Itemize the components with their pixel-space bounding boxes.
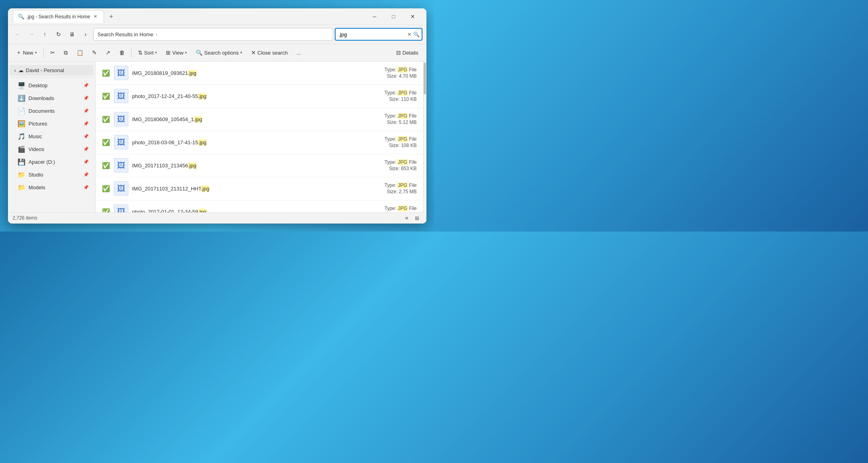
documents-icon: 📄 [18,107,26,115]
maximize-button[interactable]: □ [385,10,403,23]
pin-icon-videos: 📌 [83,147,89,152]
breadcrumb-chevron-left[interactable]: › [80,28,92,40]
delete-button[interactable]: 🗑 [115,47,129,58]
close-button[interactable]: ✕ [404,10,422,23]
scrollbar-track[interactable] [423,62,426,212]
new-button[interactable]: ＋ New ▾ [12,47,41,58]
new-icon: ＋ [16,49,22,56]
file-thumbnail: 🖼 [114,89,128,103]
sync-check-icon: ✅ [102,139,110,146]
up-button[interactable]: ↑ [39,28,51,40]
refresh-button[interactable]: ↻ [53,28,65,40]
file-meta: Type: JPG File Size: 653 KB [353,159,417,171]
scrollbar-thumb[interactable] [424,63,426,94]
sidebar-item-music[interactable]: 🎵 Music 📌 [10,130,94,143]
file-thumbnail: 🖼 [114,181,128,196]
file-name-highlighted: .jpg [198,139,206,145]
minimize-button[interactable]: ─ [366,10,383,23]
table-row[interactable]: ✅ 🖼 IMG_20180609_105454_1.jpg Type: JPG … [96,108,423,131]
jpg-highlight: JPG [397,136,407,142]
sidebar-item-desktop[interactable]: 🖥️ Desktop 📌 [10,79,94,92]
sort-button[interactable]: ⇅ Sort ▾ [134,47,161,58]
cut-button[interactable]: ✂ [46,47,59,58]
pin-icon-apacer: 📌 [83,159,89,165]
file-name-prefix: IMG_20180819_093621 [132,70,188,76]
search-options-button[interactable]: 🔍 Search options ▾ [192,47,246,58]
location-button[interactable]: 🖥 [66,28,78,40]
file-thumbnail: 🖼 [114,204,128,212]
rename-button[interactable]: ✎ [88,47,101,58]
file-name: IMG_20180609_105454_1.jpg [132,116,349,122]
table-row[interactable]: ✅ 🖼 photo_2018-03-06_17-41-15.jpg Type: … [96,131,423,154]
search-go-icon[interactable]: 🔍 [413,31,420,37]
sidebar-models-label: Models [29,184,45,190]
details-button[interactable]: ⊟ Details [392,47,422,58]
search-options-label: Search options [204,50,239,56]
close-search-button[interactable]: ✕ Close search [247,47,292,58]
copy-icon: ⧉ [64,49,68,56]
table-row[interactable]: ✅ 🖼 IMG_20171103_213112_HHT.jpg Type: JP… [96,177,423,200]
sort-icon: ⇅ [138,49,143,56]
grid-view-button[interactable]: ⊞ [413,214,422,222]
sidebar: › ☁ David - Personal 🖥️ Desktop 📌 ⬇️ Dow… [8,62,96,212]
file-name-highlighted: .jpg [201,186,209,192]
sync-check-icon: ✅ [102,162,110,169]
table-row[interactable]: ✅ 🖼 IMG_20171103_213456.jpg Type: JPG Fi… [96,154,423,177]
breadcrumb[interactable]: Search Results in Home › [93,28,333,41]
copy-button[interactable]: ⧉ [60,47,72,58]
view-button[interactable]: ⊞ View ▾ [162,47,191,58]
sidebar-item-models[interactable]: 📁 Models 📌 [10,181,94,194]
new-tab-button[interactable]: ＋ [106,11,117,22]
downloads-icon: ⬇️ [18,94,26,102]
file-size: Size: 108 KB [353,143,417,148]
sidebar-item-documents[interactable]: 📄 Documents 📌 [10,105,94,117]
file-thumbnail: 🖼 [114,158,128,173]
file-name: photo_2017-01-01_12-34-59.jpg [132,209,349,212]
delete-icon: 🗑 [119,49,125,56]
active-tab[interactable]: 🔍 .jpg - Search Results in Home ✕ [13,10,104,23]
forward-button[interactable]: → [26,28,37,40]
sync-check-icon: ✅ [102,69,110,77]
models-icon: 📁 [18,184,26,191]
more-label: ... [297,50,301,56]
file-meta: Type: JPG File Size: 5.12 MB [353,113,417,125]
share-icon: ↗ [106,49,110,56]
list-view-button[interactable]: ≡ [403,214,411,222]
tab-search-icon: 🔍 [18,14,24,20]
jpg-highlight: JPG [397,206,407,211]
details-label: Details [403,50,418,56]
studio-icon: 📁 [18,171,26,179]
jpg-highlight: JPG [397,159,407,165]
sidebar-expand-icon: › [14,67,16,73]
sidebar-item-videos[interactable]: 🎬 Videos 📌 [10,143,94,155]
sidebar-item-pictures[interactable]: 🖼️ Pictures 📌 [10,118,94,130]
view-chevron: ▾ [185,51,187,55]
pin-icon-pictures: 📌 [83,121,89,126]
sidebar-item-studio[interactable]: 📁 Studio 📌 [10,169,94,181]
sort-label: Sort [144,50,154,56]
file-name-prefix: IMG_20171103_213456 [132,163,188,169]
file-name-prefix: photo_2018-03-06_17-41-15 [132,139,198,145]
sidebar-item-downloads[interactable]: ⬇️ Downloads 📌 [10,92,94,104]
sidebar-pictures-label: Pictures [29,121,47,127]
new-label: New [23,50,33,56]
separator-1 [43,48,44,57]
search-clear-icon[interactable]: ✕ [407,31,412,37]
back-button[interactable]: ← [12,28,24,40]
file-meta: Type: JPG File Size: 122 KB [353,206,417,212]
sidebar-item-apacer[interactable]: 💾 Apacer (D:) 📌 [10,156,94,168]
file-type: Type: JPG File [353,67,417,73]
table-row[interactable]: ✅ 🖼 photo_2017-12-24_21-40-55.jpg Type: … [96,85,423,108]
search-input[interactable] [339,31,406,37]
search-options-chevron: ▾ [240,51,242,55]
table-row[interactable]: ✅ 🖼 IMG_20180819_093621.jpg Type: JPG Fi… [96,62,423,85]
share-button[interactable]: ↗ [102,47,114,58]
more-button[interactable]: ... [293,48,305,58]
paste-button[interactable]: 📋 [73,47,87,58]
search-box: ✕ 🔍 [335,28,422,41]
tab-close-button[interactable]: ✕ [92,14,99,20]
table-row[interactable]: ✅ 🖼 photo_2017-01-01_12-34-59.jpg Type: … [96,200,423,212]
sidebar-section-david-personal[interactable]: › ☁ David - Personal [10,65,94,76]
paste-icon: 📋 [77,49,83,56]
sidebar-documents-label: Documents [29,108,55,114]
